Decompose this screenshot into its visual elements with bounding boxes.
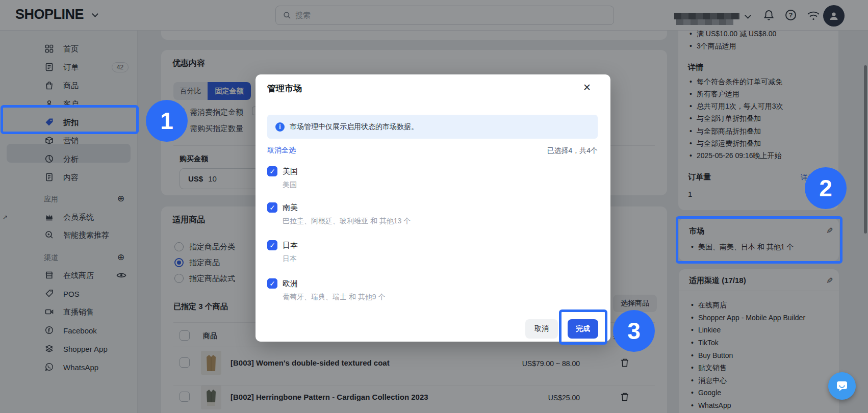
step2-badge: 2 <box>805 167 847 209</box>
market-name: 美国 <box>283 167 298 176</box>
market-desc: 葡萄牙、瑞典、瑞士 和 其他9 个 <box>283 293 385 302</box>
market-us-checkbox[interactable] <box>267 166 277 176</box>
market-desc: 巴拉圭、阿根廷、玻利维亚 和 其他13 个 <box>283 217 411 226</box>
step3-highlight-box <box>559 309 607 345</box>
cancel-button[interactable]: 取消 <box>525 319 558 339</box>
market-name: 南美 <box>283 203 298 213</box>
selection-summary: 已选择4，共4个 <box>547 146 598 156</box>
step1-highlight-box <box>1 105 139 134</box>
market-europe-checkbox[interactable] <box>267 278 277 289</box>
modal-info-banner: 市场管理中仅展示启用状态的市场数据。 <box>267 115 598 139</box>
modal-title: 管理市场 <box>267 83 302 94</box>
manage-markets-modal: 管理市场 市场管理中仅展示启用状态的市场数据。 取消全选 已选择4，共4个 美国… <box>256 74 610 342</box>
chat-bubble-icon <box>835 380 849 392</box>
step1-badge: 1 <box>146 100 188 142</box>
app-window: 优惠内容 百分比 固定金额 需消费指定金额 需购买指定数量 购买金额 US$ 1… <box>0 0 868 413</box>
market-southamerica-checkbox[interactable] <box>267 202 277 213</box>
market-name: 欧洲 <box>283 279 298 289</box>
info-icon <box>275 122 285 132</box>
support-chat-button[interactable] <box>828 372 856 400</box>
step3-badge: 3 <box>613 310 655 352</box>
step2-highlight-box <box>676 216 843 264</box>
deselect-all-link[interactable]: 取消全选 <box>267 146 296 155</box>
market-name: 日本 <box>283 241 298 250</box>
market-desc: 日本 <box>283 254 297 264</box>
market-desc: 美国 <box>283 180 297 190</box>
banner-text: 市场管理中仅展示启用状态的市场数据。 <box>290 122 418 132</box>
close-icon[interactable] <box>583 82 591 93</box>
market-japan-checkbox[interactable] <box>267 240 277 250</box>
